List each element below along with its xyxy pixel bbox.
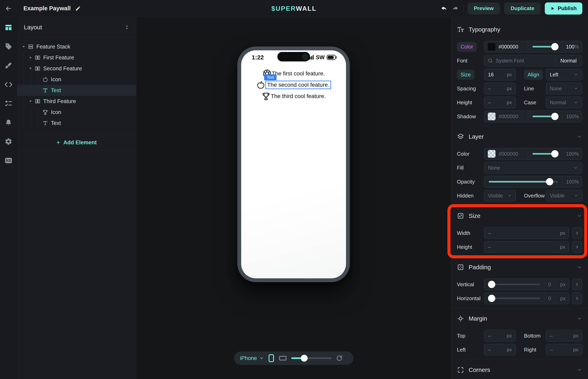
zoom-slider-thumb[interactable] [301, 355, 308, 362]
height-input[interactable]: –px [484, 241, 569, 253]
feature-text[interactable]: The first cool feature. [272, 70, 325, 77]
align-select[interactable]: Left [546, 69, 582, 80]
chevron-down-icon[interactable] [577, 213, 582, 219]
rail-checklist-icon[interactable] [4, 99, 13, 108]
tree-item-label: Text [51, 120, 61, 126]
case-select[interactable]: Normal [546, 97, 582, 108]
vertical-padding-value[interactable]: 0px [544, 279, 569, 290]
tree-item-icon-trophy[interactable]: Icon [17, 107, 136, 118]
text-color-control: #000000 100% [484, 41, 582, 53]
horizontal-padding-expand-button[interactable] [572, 292, 582, 304]
rail-paintbrush-icon[interactable] [4, 61, 13, 70]
shadow-hex-value[interactable]: #000000 [498, 114, 518, 119]
edit-pencil-icon[interactable] [75, 6, 81, 11]
canvas[interactable]: 1:22 SW The first cool feature. Text The… [136, 17, 451, 379]
shadow-swatch-field[interactable]: #000000 [484, 111, 528, 122]
layout-panel-title: Layout [24, 24, 42, 31]
tree-item-first-feature[interactable]: First Feature [17, 52, 136, 63]
rail-tag-icon[interactable] [4, 42, 13, 51]
color-swatch[interactable] [488, 43, 496, 51]
redo-icon[interactable] [452, 5, 459, 12]
preview-button[interactable]: Preview [467, 2, 500, 15]
chevron-down-icon[interactable] [577, 265, 582, 270]
color-label[interactable]: Color [457, 42, 477, 52]
rail-code-icon[interactable] [4, 80, 13, 89]
height-expand-button[interactable] [572, 241, 582, 253]
line-height-input[interactable]: –px [484, 97, 516, 108]
layout-sort-icon[interactable] [124, 25, 129, 30]
chevron-down-icon[interactable] [577, 134, 582, 139]
expand-arrow-icon[interactable] [28, 99, 33, 103]
feature-text-selected[interactable]: Text The second cool feature. [265, 81, 331, 89]
vertical-padding-control: 0px [484, 279, 569, 290]
align-label[interactable]: Align [524, 70, 543, 80]
expand-arrow-icon[interactable] [28, 67, 33, 70]
shadow-opacity-value[interactable]: 100% [562, 111, 582, 122]
margin-bottom-input[interactable]: –px [546, 330, 582, 342]
publish-button[interactable]: Publish [545, 2, 582, 15]
margin-right-input[interactable]: –px [546, 344, 582, 356]
feature-row-2[interactable]: Text The second cool feature. [241, 80, 346, 90]
landscape-icon[interactable] [279, 355, 287, 361]
top-bar: Example Paywall $UPERWALL Preview Duplic… [0, 0, 588, 17]
vertical-padding-slider[interactable] [484, 279, 544, 290]
refresh-icon[interactable] [336, 355, 343, 362]
margin-left-input[interactable]: –px [484, 344, 516, 356]
chevron-down-icon[interactable] [577, 367, 582, 373]
layer-color-opacity-value[interactable]: 100% [562, 148, 582, 159]
horizontal-padding-slider[interactable] [484, 293, 544, 304]
duplicate-button[interactable]: Duplicate [504, 2, 541, 15]
expand-arrow-icon[interactable] [21, 45, 26, 48]
fill-select[interactable]: None [484, 162, 582, 174]
tree-item-text[interactable]: Text [17, 118, 136, 128]
font-size-label[interactable]: Size [457, 70, 474, 80]
hidden-select[interactable]: Visible [484, 190, 516, 202]
undo-icon[interactable] [440, 5, 448, 12]
feature-row-3[interactable]: The third cool feature. [241, 92, 346, 101]
chevron-down-icon[interactable] [577, 316, 582, 321]
font-search-field[interactable]: System Font [484, 55, 555, 66]
horizontal-padding-value[interactable]: 0px [544, 293, 569, 304]
feature-row-1[interactable]: The first cool feature. [241, 69, 346, 78]
phone-screen[interactable]: 1:22 SW The first cool feature. Text The… [241, 50, 346, 278]
line-select[interactable]: None [546, 83, 582, 95]
feature-text[interactable]: The third cool feature. [271, 93, 326, 99]
opacity-slider[interactable] [484, 176, 562, 187]
layer-color-swatch-field[interactable]: #000000 [484, 148, 528, 159]
back-button[interactable] [0, 0, 17, 17]
letter-spacing-input[interactable]: –px [484, 83, 516, 95]
shadow-swatch[interactable] [488, 112, 496, 121]
portrait-icon[interactable] [268, 354, 274, 363]
rail-layout-icon[interactable] [4, 23, 13, 32]
collapse-arrow-icon[interactable] [28, 56, 33, 59]
width-expand-button[interactable] [572, 227, 582, 239]
layer-color-hex[interactable]: #000000 [498, 151, 518, 157]
rail-bell-icon[interactable] [4, 118, 13, 127]
add-element-button[interactable]: + Add Element [17, 134, 136, 151]
tree-item-text-selected[interactable]: Text [17, 85, 136, 96]
width-input[interactable]: –px [484, 227, 569, 239]
color-hex-value[interactable]: #000000 [498, 44, 518, 50]
font-size-input[interactable]: 16px [484, 69, 516, 80]
overflow-select[interactable]: Visible [546, 190, 582, 202]
device-select[interactable]: iPhone [240, 355, 264, 362]
layer-color-opacity-slider[interactable] [528, 148, 562, 159]
color-opacity-value[interactable]: 100% [562, 41, 582, 52]
zoom-slider[interactable] [291, 357, 332, 359]
font-weight-select[interactable]: Normal [555, 55, 582, 66]
tree-item-third-feature[interactable]: Third Feature [17, 96, 136, 107]
tree-item-label: Icon [51, 109, 61, 115]
size-icon [457, 212, 464, 220]
margin-top-input[interactable]: –px [484, 330, 516, 342]
shadow-opacity-slider[interactable] [528, 111, 562, 122]
tree-item-second-feature[interactable]: Second Feature [17, 63, 136, 74]
color-opacity-slider[interactable] [528, 41, 562, 52]
tree-item-feature-stack[interactable]: Feature Stack [17, 41, 136, 52]
vertical-padding-expand-button[interactable] [572, 279, 582, 290]
tree-item-icon-apple[interactable]: Icon [17, 74, 136, 85]
rail-settings-icon[interactable] [4, 137, 13, 146]
color-swatch-field[interactable]: #000000 [484, 41, 528, 52]
rail-terminal-icon[interactable] [4, 156, 13, 165]
opacity-value[interactable]: 100% [562, 176, 582, 187]
layer-color-swatch[interactable] [488, 150, 496, 158]
